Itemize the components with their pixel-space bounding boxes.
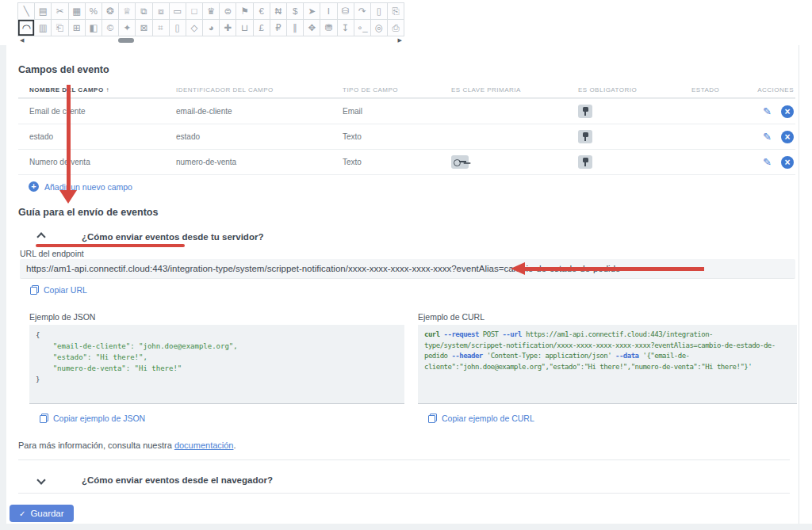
- contrast-icon[interactable]: ◧: [85, 19, 102, 36]
- edit-field-button[interactable]: ✎: [763, 106, 772, 116]
- endpoint-url-field[interactable]: https://am1-api.connectif.cloud:443/inte…: [20, 259, 795, 279]
- edit-field-button[interactable]: ✎: [763, 157, 772, 167]
- naira-currency-icon[interactable]: ₦: [270, 2, 286, 19]
- redo-icon[interactable]: ↷: [354, 2, 370, 19]
- arc-tool-icon[interactable]: ◠: [17, 19, 34, 36]
- edit-field-button[interactable]: ✎: [763, 132, 772, 142]
- mandatory-badge: [578, 130, 592, 143]
- curl-text-segment: curl: [424, 330, 444, 338]
- trash-icon[interactable]: ▯: [370, 2, 387, 19]
- examples-section: Ejemplo de JSON { "email-de-cliente": "j…: [29, 312, 797, 423]
- field-name-cell: estado: [29, 132, 176, 141]
- square-tool-icon[interactable]: □: [186, 2, 202, 19]
- id-card-icon[interactable]: ▥: [34, 19, 51, 36]
- accordion-browser-events[interactable]: ¿Cómo enviar eventos desde el navegador?: [38, 473, 44, 487]
- actions-cell: ✎: [747, 131, 795, 143]
- percent-icon[interactable]: %: [85, 2, 102, 19]
- fields-table: Nombre del campo ↑ Identificador del cam…: [18, 82, 795, 175]
- field-row: estadoestadoTexto✎: [18, 124, 795, 149]
- crown-filled-icon[interactable]: ♛: [202, 2, 219, 19]
- delete-field-button[interactable]: [781, 156, 794, 169]
- save-icon[interactable]: ▦: [68, 2, 85, 19]
- chevron-down-icon: [36, 475, 45, 484]
- parallel-lines-icon[interactable]: ∥: [286, 19, 303, 36]
- json-code-line: "numero-de-venta": "Hi there!": [36, 363, 398, 374]
- flag-tool-icon[interactable]: ⚑: [236, 2, 252, 19]
- add-field-button[interactable]: Añadir un nuevo campo: [29, 181, 132, 192]
- scroll-right-icon[interactable]: ▶: [398, 36, 402, 44]
- cut-tool-icon[interactable]: ✂: [51, 2, 67, 19]
- scrollbar-thumb[interactable]: [118, 38, 134, 43]
- column-header-estado[interactable]: Estado: [691, 86, 747, 93]
- annotation-toolbar: ╲▤✂▦%❂♕⧉⧈▭□♛⊜⚑€₦$➤I⛁↷▯⎘◠▥⎗⊞◧©✦⊠⌗▯◇◕✚⊔£₽∥…: [0, 0, 812, 45]
- actions-cell: ✎: [747, 156, 795, 169]
- documentation-link[interactable]: documentación: [174, 440, 234, 450]
- pie-sphere-icon[interactable]: ◕: [202, 19, 219, 36]
- database-icon[interactable]: ⛃: [320, 19, 336, 36]
- delete-field-button[interactable]: [781, 105, 794, 118]
- accordion-server-label: ¿Cómo enviar eventos desde tu servidor?: [82, 232, 263, 242]
- plus-circle-icon: [29, 181, 39, 192]
- diagonal-line-tool-icon[interactable]: ╲: [17, 2, 34, 19]
- table-body: Email de clienteemail-de-clienteEmail✎es…: [18, 98, 795, 175]
- copy-json-button[interactable]: Copiar ejemplo de JSON: [40, 414, 404, 423]
- diamond-shape-icon[interactable]: ◇: [186, 19, 202, 36]
- duplicate-icon[interactable]: ⧉: [135, 2, 151, 19]
- accordion-server-events[interactable]: ¿Cómo enviar eventos desde tu servidor?: [38, 230, 44, 244]
- copyright-icon[interactable]: ©: [102, 19, 118, 36]
- json-example-label: Ejemplo de JSON: [29, 312, 404, 322]
- text-cursor-icon[interactable]: I: [320, 2, 336, 19]
- save-button[interactable]: Guardar: [10, 505, 74, 522]
- cursor-tool-icon[interactable]: ➤: [303, 2, 320, 19]
- mandatory-badge: [578, 155, 592, 169]
- crown-outline-icon[interactable]: ♕: [118, 2, 135, 19]
- column-header-primary-key[interactable]: Es clave primaria: [451, 86, 578, 93]
- column-header-type[interactable]: Tipo de campo: [343, 86, 451, 93]
- mandatory-cell: [578, 105, 691, 118]
- mandatory-badge: [578, 105, 592, 118]
- dollar-currency-icon[interactable]: $: [286, 2, 303, 19]
- save-image-icon[interactable]: ⊞: [68, 19, 85, 36]
- toolbar-icon-grid: ╲▤✂▦%❂♕⧉⧈▭□♛⊜⚑€₦$➤I⛁↷▯⎘◠▥⎗⊞◧©✦⊠⌗▯◇◕✚⊔£₽∥…: [17, 2, 404, 36]
- color-wheel-icon[interactable]: ❂: [102, 2, 118, 19]
- no-image-icon[interactable]: ⊠: [135, 19, 151, 36]
- field-identifier-cell: email-de-cliente: [176, 107, 343, 116]
- rectangle-tool-icon[interactable]: ▭: [169, 2, 186, 19]
- donut-circle-icon[interactable]: ◎: [370, 19, 387, 36]
- actions-cell: ✎: [747, 105, 795, 118]
- column-header-name[interactable]: Nombre del campo ↑: [29, 86, 176, 93]
- password-field-icon[interactable]: ∘_: [354, 19, 370, 36]
- json-code-line: "estado": "Hi there!",: [36, 352, 398, 363]
- settings-target-icon[interactable]: ⊜: [219, 2, 236, 19]
- ruble-currency-icon[interactable]: ₽: [270, 19, 286, 36]
- scroll-left-icon[interactable]: ◀: [20, 36, 24, 44]
- pin-icon: [582, 107, 589, 116]
- move-tool-icon[interactable]: ✥: [303, 19, 320, 36]
- column-header-identifier[interactable]: Identificador del campo: [176, 86, 343, 93]
- plus-shape-icon[interactable]: ✚: [219, 19, 236, 36]
- expand-selection-icon[interactable]: ⧈: [152, 2, 169, 19]
- euro-currency-icon[interactable]: €: [253, 2, 270, 19]
- copy-url-button[interactable]: Copiar URL: [30, 285, 87, 295]
- database-add-icon[interactable]: ⛁: [337, 2, 354, 19]
- column-header-mandatory[interactable]: Es obligatorio: [578, 86, 691, 93]
- delete-field-button[interactable]: [781, 131, 794, 143]
- copy-curl-button[interactable]: Copiar ejemplo de CURL: [428, 414, 797, 423]
- sparkles-icon[interactable]: ✦: [118, 19, 135, 36]
- portrait-rect-icon[interactable]: ▯: [169, 19, 186, 36]
- image-tool-icon[interactable]: ▤: [34, 2, 51, 19]
- toolbar-scrollbar[interactable]: ◀ ▶: [17, 36, 404, 44]
- divider: [18, 493, 790, 494]
- json-code-line: "email-de-cliente": "john.doe@example.or…: [36, 341, 398, 352]
- download-icon[interactable]: ↧: [337, 19, 354, 36]
- field-name-cell: Email de cliente: [29, 107, 176, 116]
- print-icon[interactable]: ⎙: [387, 19, 404, 36]
- event-config-panel: Campos del evento Nombre del campo ↑ Ide…: [6, 45, 799, 524]
- pound-currency-icon[interactable]: £: [253, 19, 270, 36]
- clipboard-icon[interactable]: ⎘: [387, 2, 404, 19]
- chevron-up-icon: [36, 232, 45, 241]
- copy-pages-icon[interactable]: ⎗: [51, 19, 67, 36]
- crop-icon[interactable]: ⌗: [152, 19, 169, 36]
- bucket-icon[interactable]: ⊔: [236, 19, 252, 36]
- primary-key-cell: [451, 155, 578, 169]
